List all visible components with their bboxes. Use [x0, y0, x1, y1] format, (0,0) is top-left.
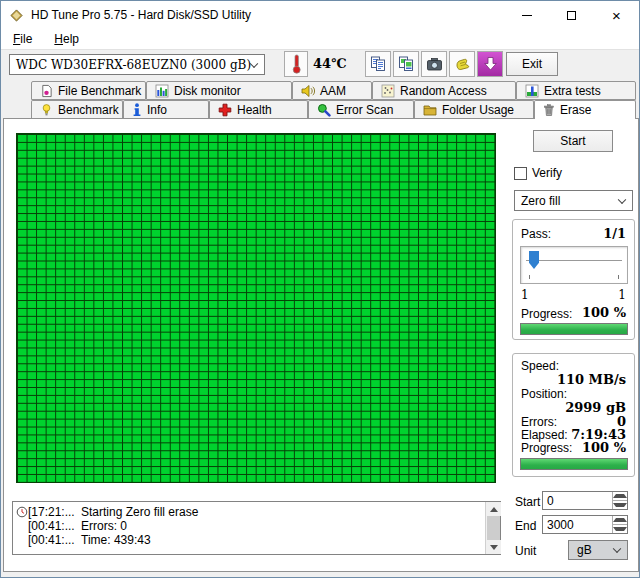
tab-label: Health	[237, 103, 272, 117]
file-benchmark-icon	[40, 84, 53, 98]
chevron-down-icon	[618, 195, 626, 203]
trash-icon	[543, 103, 555, 117]
log-scrollbar[interactable]	[485, 502, 500, 554]
scroll-down-button[interactable]	[486, 540, 501, 554]
exit-button[interactable]: Exit	[506, 52, 558, 76]
bulb-icon	[40, 103, 53, 117]
close-button[interactable]: ×	[594, 1, 639, 29]
pass-scale-max: 1	[618, 288, 626, 302]
menu-bar: File Help	[1, 29, 639, 49]
start-button[interactable]: Start	[533, 130, 613, 152]
tab-disk-monitor[interactable]: Disk monitor	[146, 81, 292, 100]
range-start-input[interactable]: 0	[542, 491, 628, 510]
log-time: [17:21:...	[28, 505, 75, 519]
random-access-icon	[381, 84, 395, 98]
copy-text-button[interactable]	[365, 51, 391, 77]
spin-up-button[interactable]	[613, 516, 627, 524]
hand-icon	[454, 56, 471, 72]
stats-progress-label: Progress:	[521, 441, 572, 455]
magnifier-icon	[317, 103, 331, 117]
spin-down-button[interactable]	[613, 524, 627, 533]
pass-slider[interactable]	[520, 246, 628, 284]
spin-down-button[interactable]	[613, 500, 627, 509]
log-message: Errors: 0	[81, 519, 127, 533]
chevron-down-icon	[613, 545, 621, 553]
red-cross-icon	[218, 103, 232, 117]
window-title: HD Tune Pro 5.75 - Hard Disk/SSD Utility	[31, 8, 251, 22]
pass-progress-value: 100 %	[582, 305, 626, 320]
toolbar: WDC WD30EFRX-68EUZN0 (3000 gB) 44℃	[1, 49, 639, 79]
log-time: [00:41:...	[28, 519, 75, 533]
range-start-value: 0	[547, 494, 554, 508]
tab-error-scan[interactable]: Error Scan	[308, 100, 414, 118]
screenshot-button[interactable]	[421, 51, 447, 77]
minimize-button[interactable]	[504, 1, 549, 29]
range-end-value: 3000	[547, 518, 574, 532]
tab-aam[interactable]: AAM	[292, 81, 372, 100]
download-button[interactable]	[477, 51, 503, 77]
copy-text-icon	[370, 56, 387, 72]
tab-erase[interactable]: Erase	[534, 100, 636, 119]
log-line: [17:21:... Starting Zero fill erase	[13, 505, 500, 519]
pass-progress-label: Progress:	[521, 307, 572, 321]
tab-benchmark[interactable]: Benchmark	[31, 100, 123, 118]
temperature-button[interactable]	[284, 51, 308, 77]
tab-label: Info	[147, 103, 167, 117]
unit-value: gB	[577, 543, 592, 557]
verify-label: Verify	[532, 166, 562, 180]
spin-up-button[interactable]	[613, 492, 627, 500]
tab-row-primary: Benchmark Info Health Error Scan	[31, 100, 636, 118]
tab-random-access[interactable]: Random Access	[372, 81, 516, 100]
speaker-icon	[301, 84, 315, 98]
minimize-icon	[522, 15, 532, 16]
scroll-down-icon	[490, 545, 498, 550]
pass-progress-bar	[520, 323, 628, 335]
tab-info[interactable]: Info	[123, 100, 209, 118]
pass-groupbox: Pass: 1/1 1 1 Progress: 100 %	[512, 219, 635, 340]
tab-label: Random Access	[400, 84, 487, 98]
device-select[interactable]: WDC WD30EFRX-68EUZN0 (3000 gB)	[9, 54, 265, 75]
block-map	[16, 133, 496, 483]
verify-checkbox[interactable]	[514, 167, 527, 180]
range-end-spinner[interactable]	[612, 516, 627, 533]
verify-option: Verify	[514, 166, 562, 180]
tab-label: AAM	[320, 84, 346, 98]
tab-label: Benchmark	[58, 103, 119, 117]
range-start-spinner[interactable]	[612, 492, 627, 509]
log-box: [17:21:... Starting Zero fill erase [00:…	[12, 501, 501, 555]
menu-file[interactable]: File	[9, 31, 36, 47]
copy-image-button[interactable]	[393, 51, 419, 77]
tab-label: Folder Usage	[442, 103, 514, 117]
unit-select[interactable]: gB	[568, 540, 628, 560]
tab-folder-usage[interactable]: Folder Usage	[414, 100, 534, 118]
copy-image-icon	[398, 56, 415, 72]
slider-thumb[interactable]	[529, 251, 539, 269]
errors-label: Errors:	[521, 415, 557, 429]
camera-icon	[426, 57, 443, 72]
scrollbar-thumb[interactable]	[487, 516, 500, 540]
menu-help[interactable]: Help	[50, 31, 83, 47]
folder-icon	[423, 103, 437, 117]
tab-file-benchmark[interactable]: File Benchmark	[31, 81, 146, 100]
range-end-input[interactable]: 3000	[542, 515, 628, 534]
spin-up-icon	[613, 518, 627, 522]
position-value: 2999 gB	[565, 400, 626, 415]
title-bar: HD Tune Pro 5.75 - Hard Disk/SSD Utility…	[1, 1, 639, 29]
log-line: [00:41:... Time: 439:43	[13, 533, 500, 547]
maximize-button[interactable]	[549, 1, 594, 29]
save-button[interactable]	[449, 51, 475, 77]
spin-down-icon	[613, 527, 627, 531]
maximize-icon	[567, 11, 576, 20]
down-arrow-icon	[483, 56, 498, 72]
stats-progress-bar	[520, 458, 628, 470]
speed-label: Speed:	[521, 359, 559, 373]
tab-health[interactable]: Health	[209, 100, 308, 118]
stats-progress-value: 100 %	[582, 440, 626, 455]
erase-method-select[interactable]: Zero fill	[514, 190, 633, 211]
tab-extra-tests[interactable]: Extra tests	[516, 81, 636, 100]
info-icon	[132, 103, 142, 117]
thermometer-icon	[290, 54, 303, 74]
scroll-up-button[interactable]	[486, 502, 501, 516]
extra-tests-icon	[525, 84, 539, 98]
log-message: Starting Zero fill erase	[81, 505, 198, 519]
